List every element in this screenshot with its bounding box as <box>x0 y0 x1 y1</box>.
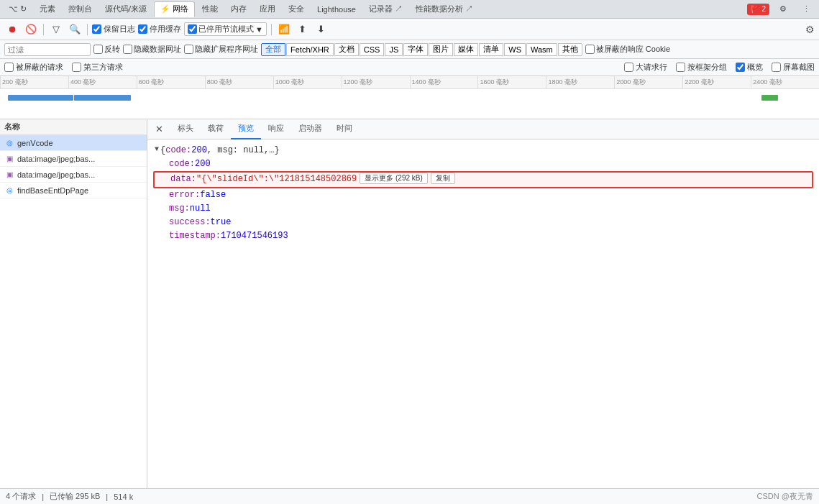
screenshot-checkbox[interactable] <box>772 63 781 72</box>
expand-arrow-root[interactable]: ▼ <box>155 144 159 155</box>
tab-elements-label: 元素 <box>40 4 55 14</box>
ruler-tick: 2200 毫秒 <box>682 76 751 88</box>
request-item-img2[interactable]: ▣ data:image/jpeg;bas... <box>0 167 147 183</box>
hide-data-url-checkbox[interactable] <box>123 45 132 54</box>
detail-content: ▼ { code: 200 , msg: null,…} code: 200 d… <box>147 139 819 488</box>
tab-console-label: 控制台 <box>68 4 92 14</box>
preserve-log-checkbox[interactable] <box>92 24 101 34</box>
json-msg-key: msg: <box>169 202 190 216</box>
request-item-findBase[interactable]: ◎ findBaseEntDpPage <box>0 183 147 198</box>
throttle-dropdown[interactable]: 已停用节流模式 ▼ <box>184 22 267 36</box>
tab-preview-label: 预览 <box>238 123 254 134</box>
type-font-button[interactable]: 字体 <box>403 43 428 56</box>
json-error-val: false <box>200 188 226 202</box>
tab-elements[interactable]: 元素 <box>34 1 61 17</box>
upload-button[interactable]: ⬆ <box>295 22 311 37</box>
json-success-val: true <box>211 216 232 229</box>
timeline-area: 200 毫秒400 毫秒600 毫秒800 毫秒1000 毫秒1200 毫秒14… <box>0 76 819 119</box>
show-more-button[interactable]: 显示更多 (292 kB) <box>360 173 428 184</box>
tab-devtools-toggle[interactable]: ⌥ ↻ <box>3 1 32 17</box>
overview-label[interactable]: 概览 <box>736 62 763 73</box>
type-fetch-button[interactable]: Fetch/XHR <box>286 43 334 56</box>
copy-label: 复制 <box>436 173 450 183</box>
type-all-button[interactable]: 全部 <box>261 43 285 56</box>
third-party-checkbox[interactable] <box>72 63 81 72</box>
ruler-tick: 800 毫秒 <box>205 76 273 88</box>
record-button[interactable]: ⏺ <box>4 22 20 37</box>
tab-timing[interactable]: 时间 <box>329 119 360 139</box>
group-by-frame-checkbox[interactable] <box>676 63 685 72</box>
more-options-button[interactable]: ⋮ <box>797 1 816 17</box>
request-name-genVcode: genVcode <box>17 139 53 147</box>
type-img-button[interactable]: 图片 <box>429 43 453 56</box>
clear-button[interactable]: 🚫 <box>23 22 39 37</box>
disable-cache-label[interactable]: 停用缓存 <box>138 24 181 35</box>
screenshot-text: 屏幕截图 <box>783 62 815 73</box>
type-doc-button[interactable]: 文档 <box>334 43 359 56</box>
large-rows-label[interactable]: 大请求行 <box>624 62 667 73</box>
type-ws-button[interactable]: WS <box>504 43 526 56</box>
hide-extension-checkbox[interactable] <box>184 45 193 54</box>
request-item-genVcode[interactable]: ◎ genVcode <box>0 135 147 151</box>
tab-preview[interactable]: 预览 <box>231 119 261 139</box>
third-party-label[interactable]: 第三方请求 <box>72 62 123 73</box>
tab-headers[interactable]: 标头 <box>170 119 201 139</box>
large-rows-checkbox[interactable] <box>624 63 633 72</box>
copy-button[interactable]: 复制 <box>431 173 455 184</box>
type-manifest-button[interactable]: 清单 <box>479 43 503 56</box>
blocked-requests-checkbox[interactable] <box>4 63 14 72</box>
detail-close-button[interactable]: ✕ <box>150 121 168 138</box>
network-settings-button[interactable]: ⚙ <box>805 24 815 35</box>
preserve-log-text: 保留日志 <box>104 24 135 35</box>
blocked-requests-label[interactable]: 被屏蔽的请求 <box>4 62 63 73</box>
overview-checkbox[interactable] <box>736 63 745 72</box>
disable-cache-checkbox[interactable] <box>138 24 147 34</box>
tab-memory[interactable]: 内存 <box>225 1 252 17</box>
type-other-button[interactable]: 其他 <box>558 43 582 56</box>
large-rows-text: 大请求行 <box>636 62 667 73</box>
preserve-log-label[interactable]: 保留日志 <box>92 24 135 35</box>
tab-lighthouse[interactable]: Lighthouse <box>311 1 362 17</box>
filter-input[interactable] <box>4 43 91 56</box>
tab-console[interactable]: 控制台 <box>63 1 98 17</box>
blocked-response-checkbox[interactable] <box>585 45 595 54</box>
group-by-frame-label[interactable]: 按框架分组 <box>676 62 727 73</box>
json-root-line[interactable]: ▼ { code: 200 , msg: null,…} <box>153 144 813 157</box>
type-css-button[interactable]: CSS <box>360 43 385 56</box>
tab-perf-insights[interactable]: 性能数据分析 ↗ <box>410 1 479 17</box>
error-badge[interactable]: 🚩 2 <box>747 4 769 15</box>
tab-network[interactable]: ⚡ 网络 <box>154 1 195 17</box>
type-media-button[interactable]: 媒体 <box>454 43 478 56</box>
tab-payload[interactable]: 载荷 <box>201 119 231 139</box>
request-list-header: 名称 <box>0 119 147 135</box>
invert-checkbox[interactable] <box>93 45 103 54</box>
download-button[interactable]: ⬇ <box>314 22 329 37</box>
throttle-checkbox[interactable] <box>188 24 197 34</box>
type-wasm-button[interactable]: Wasm <box>526 43 557 56</box>
tab-recorder[interactable]: 记录器 ↗ <box>363 1 408 17</box>
json-root-comma: , msg: null,…} <box>207 144 280 157</box>
wifi-icon-button[interactable]: 📶 <box>276 22 292 37</box>
hide-data-url-label[interactable]: 隐藏数据网址 <box>123 44 181 55</box>
search-button[interactable]: 🔍 <box>67 22 83 37</box>
settings-button[interactable]: ⚙ <box>774 1 792 17</box>
blocked-response-label[interactable]: 被屏蔽的响应 Cookie <box>585 44 670 55</box>
record-icon: ⏺ <box>8 24 17 35</box>
tab-response[interactable]: 响应 <box>261 119 291 139</box>
tab-source[interactable]: 源代码/来源 <box>99 1 152 17</box>
tab-performance[interactable]: 性能 <box>196 1 224 17</box>
ruler-tick: 2400 毫秒 <box>751 76 819 88</box>
filter-toggle-button[interactable]: ▽ <box>48 22 64 37</box>
invert-label[interactable]: 反转 <box>93 44 120 55</box>
type-js-button[interactable]: JS <box>385 43 403 56</box>
json-timestamp-val: 1710471546193 <box>221 229 288 243</box>
request-item-img1[interactable]: ▣ data:image/jpeg;bas... <box>0 151 147 167</box>
tab-application[interactable]: 应用 <box>254 1 281 17</box>
tab-initiator[interactable]: 启动器 <box>291 119 329 139</box>
watermark: CSDN @夜无青 <box>757 491 813 502</box>
json-data-val: "{\"slideId\":\"121815148502869 <box>196 173 357 186</box>
tab-security[interactable]: 安全 <box>283 1 310 17</box>
hide-extension-label[interactable]: 隐藏扩展程序网址 <box>184 44 258 55</box>
screenshot-label[interactable]: 屏幕截图 <box>772 62 815 73</box>
request-name-findBase: findBaseEntDpPage <box>17 186 88 195</box>
